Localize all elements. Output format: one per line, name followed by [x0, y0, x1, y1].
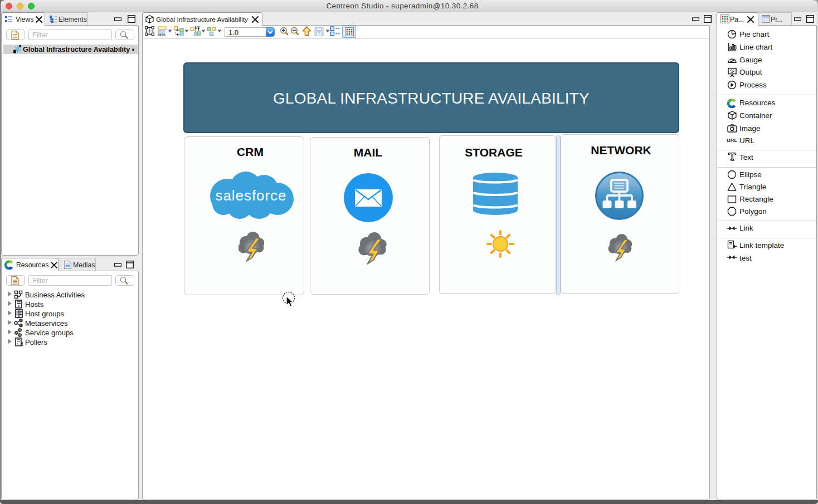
- svg-text:salesforce: salesforce: [216, 187, 286, 204]
